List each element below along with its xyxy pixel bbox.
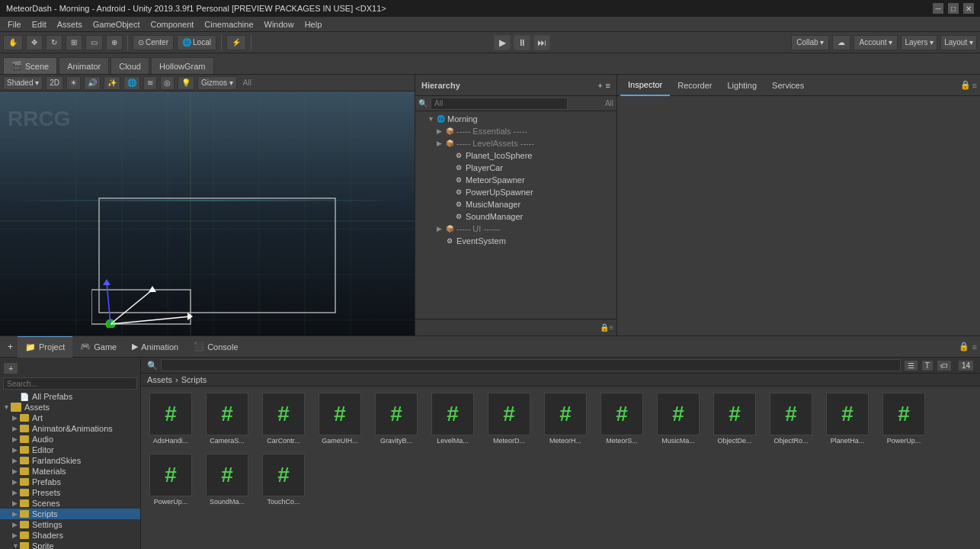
project-item-scenes[interactable]: ▶ Scenes bbox=[0, 498, 140, 509]
flares-button[interactable]: ◎ bbox=[160, 76, 175, 90]
bottom-add-button[interactable]: + bbox=[3, 342, 18, 352]
project-item-assets[interactable]: ▼ Assets bbox=[0, 402, 140, 413]
project-item-audio[interactable]: ▶ Audio bbox=[0, 434, 140, 445]
menu-help[interactable]: Help bbox=[300, 17, 327, 32]
close-button[interactable]: ✕ bbox=[963, 3, 974, 14]
hierarchy-item-musicmanager[interactable]: ⚙ MusicManager bbox=[415, 198, 617, 210]
hierarchy-item-meteorspawner[interactable]: ⚙ MeteorSpawner bbox=[415, 174, 617, 186]
light-button[interactable]: ☀ bbox=[66, 76, 81, 90]
move-tool[interactable]: ✥ bbox=[26, 35, 43, 50]
tab-game[interactable]: 🎮 Game bbox=[72, 336, 124, 358]
gi-button[interactable]: 💡 bbox=[178, 76, 194, 90]
scale-tool[interactable]: ⊞ bbox=[66, 35, 82, 50]
hierarchy-item-morning[interactable]: ▼ 🌐 Morning bbox=[415, 113, 617, 125]
asset-carcontroller[interactable]: # CarContr... bbox=[257, 390, 310, 448]
space-button[interactable]: 🌐 Local bbox=[177, 35, 216, 50]
pause-button[interactable]: ⏸ bbox=[514, 35, 530, 50]
hierarchy-item-ui[interactable]: ▶ 📦 ----- UI ------ bbox=[415, 223, 617, 235]
menu-cinemachine[interactable]: Cinemachine bbox=[200, 17, 258, 32]
menu-window[interactable]: Window bbox=[260, 17, 299, 32]
tab-recorder[interactable]: Recorder bbox=[670, 75, 719, 96]
asset-meteorhandler[interactable]: # MeteorH... bbox=[539, 390, 592, 448]
project-item-settings[interactable]: ▶ Settings bbox=[0, 519, 140, 530]
asset-camerascript[interactable]: # CameraS... bbox=[200, 390, 254, 448]
asset-meteordash[interactable]: # MeteorD... bbox=[482, 390, 536, 448]
asset-objectrotator[interactable]: # ObjectRo... bbox=[764, 390, 818, 448]
hierarchy-more-button[interactable]: ≡ bbox=[609, 323, 613, 332]
project-search-input[interactable] bbox=[3, 377, 137, 390]
asset-touchcontroller[interactable]: # TouchCo... bbox=[257, 451, 310, 509]
tab-lighting[interactable]: Lighting bbox=[720, 75, 765, 96]
hierarchy-add-button[interactable]: + bbox=[597, 81, 602, 90]
2d-button[interactable]: 2D bbox=[46, 76, 63, 90]
cloud-button[interactable]: ☁ bbox=[832, 35, 850, 50]
rect-tool[interactable]: ▭ bbox=[85, 35, 103, 50]
search-filter-button[interactable]: ☰ bbox=[904, 360, 918, 371]
inspector-lock-button[interactable]: 🔒 bbox=[960, 80, 971, 90]
asset-musicmanager-script[interactable]: # MusicMa... bbox=[652, 390, 705, 448]
assets-path-current[interactable]: Scripts bbox=[181, 375, 207, 384]
tab-project[interactable]: 📁 Project bbox=[18, 336, 72, 358]
project-item-art[interactable]: ▶ Art bbox=[0, 413, 140, 423]
project-item-prefabs[interactable]: ▶ Prefabs bbox=[0, 477, 140, 487]
tab-animator[interactable]: Animator bbox=[59, 57, 109, 74]
shading-dropdown[interactable]: Shaded ▾ bbox=[3, 76, 43, 90]
hierarchy-item-essentials[interactable]: ▶ 📦 ----- Essentials ----- bbox=[415, 125, 617, 137]
tab-animation[interactable]: ▶ Animation bbox=[124, 336, 186, 358]
pivot-button[interactable]: ⊙ Center bbox=[133, 35, 174, 50]
hierarchy-item-playercar[interactable]: ⚙ PlayerCar bbox=[415, 162, 617, 174]
tab-hollowgram[interactable]: HollowGram bbox=[151, 57, 214, 74]
menu-assets[interactable]: Assets bbox=[53, 17, 87, 32]
project-item-editor[interactable]: ▶ Editor bbox=[0, 445, 140, 455]
hierarchy-item-powerupspawner[interactable]: ⚙ PowerUpSpawner bbox=[415, 186, 617, 198]
bottom-lock-button[interactable]: 🔒 bbox=[959, 342, 969, 352]
search-label-button[interactable]: 🏷 bbox=[937, 360, 952, 371]
hierarchy-options-button[interactable]: ≡ bbox=[606, 81, 610, 90]
menu-file[interactable]: File bbox=[3, 17, 26, 32]
hierarchy-lock-button[interactable]: 🔒 bbox=[600, 323, 609, 332]
hierarchy-item-eventsystem[interactable]: ⚙ EventSystem bbox=[415, 235, 617, 247]
minimize-button[interactable]: ─ bbox=[933, 3, 943, 14]
assets-path-root[interactable]: Assets bbox=[147, 375, 172, 384]
inspector-more-button[interactable]: ≡ bbox=[972, 80, 977, 90]
maximize-button[interactable]: □ bbox=[948, 3, 959, 14]
layers-button[interactable]: Layers ▾ bbox=[901, 35, 937, 50]
account-button[interactable]: Account ▾ bbox=[853, 35, 898, 50]
hierarchy-item-soundmanager[interactable]: ⚙ SoundManager bbox=[415, 210, 617, 223]
project-item-allprefabs[interactable]: 📄 All Prefabs bbox=[0, 391, 140, 402]
tab-scene[interactable]: 🎬 Scene bbox=[3, 57, 57, 74]
project-item-shaders[interactable]: ▶ Shaders bbox=[0, 530, 140, 541]
hierarchy-item-levelassets[interactable]: ▶ 📦 ----- LevelAssets ----- bbox=[415, 137, 617, 149]
collab-button[interactable]: Collab ▾ bbox=[791, 35, 829, 50]
fx-button[interactable]: ✨ bbox=[104, 76, 120, 90]
fog-button[interactable]: ≋ bbox=[143, 76, 157, 90]
snap-button[interactable]: ⚡ bbox=[226, 35, 246, 50]
asset-objectdestroy[interactable]: # ObjectDe... bbox=[708, 390, 761, 448]
asset-meteorspawner-script[interactable]: # MeteorS... bbox=[595, 390, 649, 448]
asset-powerup1[interactable]: # PowerUp... bbox=[877, 390, 930, 448]
project-item-farlandskies[interactable]: ▶ FarlandSkies bbox=[0, 455, 140, 466]
project-item-animator[interactable]: ▶ Animator&Animations bbox=[0, 423, 140, 434]
hierarchy-item-planet[interactable]: ⚙ Planet_IcoSphere bbox=[415, 149, 617, 162]
rotate-tool[interactable]: ↻ bbox=[46, 35, 62, 50]
project-item-scripts[interactable]: ▶ Scripts bbox=[0, 509, 140, 519]
layout-button[interactable]: Layout ▾ bbox=[940, 35, 977, 50]
gizmos-button[interactable]: Gizmos ▾ bbox=[197, 76, 237, 90]
tab-inspector[interactable]: Inspector bbox=[620, 75, 670, 96]
asset-gameuihandler[interactable]: # GameUIH... bbox=[313, 390, 367, 448]
search-type-button[interactable]: T bbox=[921, 360, 934, 371]
asset-planethandler[interactable]: # PlanetHa... bbox=[821, 390, 874, 448]
project-item-sprite[interactable]: ▼ Sprite bbox=[0, 541, 140, 549]
bottom-more-button[interactable]: ≡ bbox=[972, 342, 977, 352]
project-add-button[interactable]: + bbox=[3, 362, 18, 374]
menu-edit[interactable]: Edit bbox=[27, 17, 51, 32]
project-item-presets[interactable]: ▶ Presets bbox=[0, 487, 140, 498]
hierarchy-search-input[interactable] bbox=[431, 98, 568, 110]
tab-console[interactable]: ⬛ Console bbox=[186, 336, 245, 358]
skybox-button[interactable]: 🌐 bbox=[123, 76, 140, 90]
asset-powerup2[interactable]: # PowerUp... bbox=[144, 451, 197, 509]
project-item-materials[interactable]: ▶ Materials bbox=[0, 466, 140, 477]
hand-tool[interactable]: ✋ bbox=[3, 35, 23, 50]
play-button[interactable]: ▶ bbox=[494, 35, 511, 50]
tab-cloud[interactable]: Cloud bbox=[110, 57, 149, 74]
